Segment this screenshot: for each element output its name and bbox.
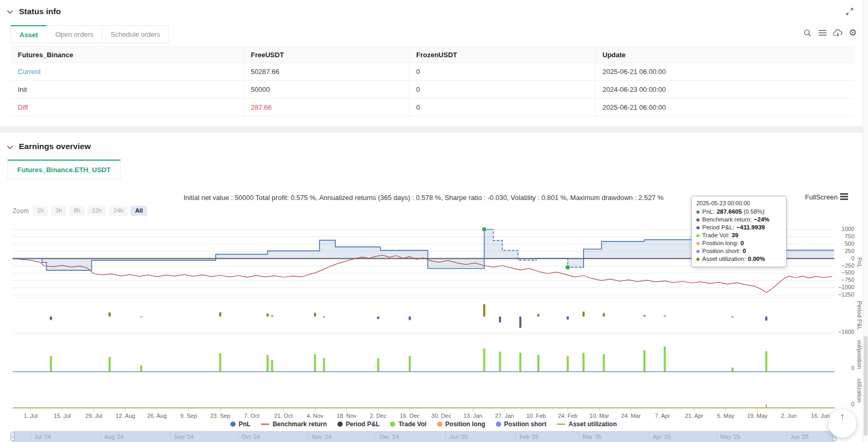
legend-item-asset-utilization[interactable]: Asset utilization <box>557 420 617 428</box>
pnl-axis-label: −750 <box>835 277 854 283</box>
navigator-month-label: Nov '24 <box>312 434 331 440</box>
status-tabs: Asset Open orders Schedule orders <box>10 25 169 43</box>
legend-dot-icon <box>337 422 343 427</box>
legend-item-pnl[interactable]: PnL <box>230 420 251 428</box>
legend-item-benchmark-return[interactable]: Benchmark return <box>261 420 326 428</box>
tooltip-row: Trade Vol:39 <box>696 231 781 239</box>
search-icon[interactable] <box>802 27 812 38</box>
zoom-button-all[interactable]: All <box>131 206 147 216</box>
expand-arrows-icon[interactable] <box>845 7 854 16</box>
col-header-free: FreeUSDT <box>244 47 409 62</box>
series-dot-icon <box>696 234 700 237</box>
legend-label: Position short <box>504 420 547 428</box>
date-tick-label: 21. Oct <box>274 413 292 419</box>
asset-table: Futures_Binance FreeUSDT FrozenUSDT Upda… <box>11 46 854 117</box>
date-tick-label: 30. Dec <box>431 413 451 419</box>
pnl-axis-label: −1250 <box>835 291 854 298</box>
legend-item-position-long[interactable]: Position long <box>437 420 485 428</box>
legend-line-icon <box>261 424 269 425</box>
table-row: Diff 287.66 0 2025-06-21 06:00:00 <box>11 99 854 117</box>
legend-label: Trade Vol <box>398 420 426 428</box>
table-toolbar: ⚙ <box>802 27 858 38</box>
fullscreen-button[interactable]: FullScreen <box>805 193 838 201</box>
legend-item-period-p-l[interactable]: Period P&L <box>337 420 380 428</box>
series-dot-icon <box>696 250 700 253</box>
pnl-axis-label: 250 <box>835 248 854 254</box>
date-tick-label: 23. Sep <box>210 413 230 419</box>
date-tick-label: 9. Sep <box>180 413 197 419</box>
date-tick-label: 12. Aug <box>115 413 135 419</box>
date-tick-label: 10. Mar <box>589 413 609 419</box>
col-header-account: Futures_Binance <box>11 47 244 62</box>
chart-context-menu-icon[interactable] <box>840 193 848 201</box>
legend-dot-icon <box>496 422 501 427</box>
navigator-month-label: Jan '25 <box>450 434 468 440</box>
tooltip-date: 2025-05-23 00:00:00 <box>696 200 781 206</box>
tab-asset[interactable]: Asset <box>10 25 47 43</box>
pnl-axis-label: −250 <box>835 262 854 269</box>
up-arrow-icon: ↑ <box>840 412 845 422</box>
navigator-month-label: May '25 <box>721 434 740 440</box>
legend-label: Position long <box>446 420 485 428</box>
date-tick-label: 7. Apr <box>655 413 670 419</box>
series-dot-icon <box>696 258 700 261</box>
tab-schedule-orders[interactable]: Schedule orders <box>102 25 170 43</box>
date-tick-label: 7. Oct <box>244 413 259 419</box>
navigator-month-label: Mar '25 <box>583 434 601 440</box>
date-tick-label: 18. Nov <box>336 413 356 419</box>
date-tick-label: 10. Feb <box>526 413 546 419</box>
cell-free: 50287.66 <box>244 63 409 80</box>
pnl-axis-label: −500 <box>835 269 854 276</box>
symbol-tabs: Futures_Binance.ETH_USDT <box>7 160 121 179</box>
legend-line-icon <box>557 424 565 425</box>
tooltip-row: Position long:0 <box>696 239 781 247</box>
navigator-month-label: Apr '25 <box>653 434 671 440</box>
zoom-button-12h[interactable]: 12h <box>88 206 106 216</box>
zoom-button-8h[interactable]: 8h <box>69 206 84 216</box>
section-divider <box>0 126 868 133</box>
zoom-button-3h[interactable]: 3h <box>51 206 66 216</box>
collapse-chevron-icon[interactable] <box>7 10 13 14</box>
date-tick-label: 5. May <box>717 413 734 419</box>
series-dot-icon <box>696 242 700 245</box>
col-header-frozen: FrozenUSDT <box>409 47 596 62</box>
cell-update: 2025-06-21 06:00:00 <box>596 99 854 116</box>
date-tick-label: 16. Dec <box>400 413 420 419</box>
settings-gear-icon[interactable]: ⚙ <box>848 27 858 38</box>
page-scrollbar[interactable] <box>863 0 868 442</box>
row-current-link[interactable]: Current <box>11 63 244 80</box>
navigator-month-label: Oct '24 <box>242 434 260 440</box>
status-info-title: Status info <box>19 7 61 16</box>
zoom-label: Zoom <box>13 207 29 215</box>
date-tick-label: 27. Jan <box>495 413 514 419</box>
pnl-axis-label: −1000 <box>835 284 854 290</box>
tab-futures-binance-eth-usdt[interactable]: Futures_Binance.ETH_USDT <box>7 160 121 179</box>
legend-item-trade-vol[interactable]: Trade Vol <box>390 420 426 428</box>
menu-icon[interactable] <box>817 27 828 38</box>
date-tick-label: 2. Dec <box>370 413 387 419</box>
navigator-month-label: Feb '25 <box>520 434 538 440</box>
scrollbar-thumb[interactable] <box>864 336 867 436</box>
series-dot-icon <box>696 211 700 214</box>
navigator-month-label: Aug '24 <box>104 434 124 440</box>
cell-update: 2024-06-23 00:00:00 <box>596 81 854 98</box>
pnl-axis-label: 0 <box>835 255 854 261</box>
cell-frozen: 0 <box>409 81 596 98</box>
navigator-month-label: Dec '24 <box>379 434 399 440</box>
legend-item-position-short[interactable]: Position short <box>496 420 547 428</box>
cloud-download-icon[interactable] <box>832 27 843 38</box>
date-tick-label: 1. Jul <box>24 413 37 419</box>
cell-update: 2025-06-21 06:00:00 <box>596 63 854 80</box>
zoom-button-1h[interactable]: 1h <box>33 206 48 216</box>
date-tick-label: 4. Nov <box>306 413 323 419</box>
tooltip-row: Position short:0 <box>696 247 781 255</box>
period-pnl-axis-label: −1600 <box>835 329 854 335</box>
zoom-button-24h[interactable]: 24h <box>109 206 128 216</box>
date-tick-label: 19. May <box>747 413 767 419</box>
back-to-top-button[interactable]: ↑ <box>828 409 856 438</box>
collapse-chevron-icon[interactable] <box>7 145 13 150</box>
legend-label: Asset utilization <box>568 420 617 428</box>
legend-label: PnL <box>239 420 251 428</box>
tab-open-orders[interactable]: Open orders <box>47 25 102 43</box>
axis-title: PnL <box>856 257 863 268</box>
